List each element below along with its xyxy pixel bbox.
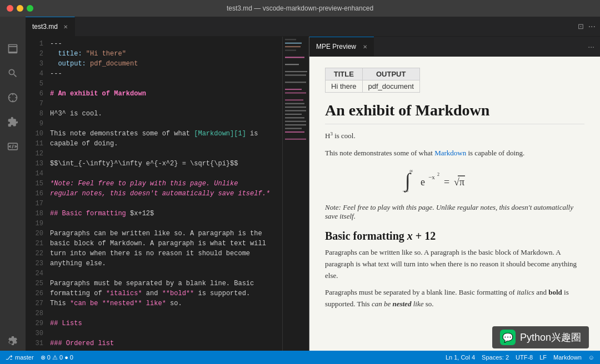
title-bar: test3.md — vscode-markdown-preview-enhan…: [0, 0, 600, 17]
more-icon[interactable]: ···: [588, 22, 596, 32]
info-count: 0: [70, 354, 73, 361]
error-count: 0: [47, 354, 51, 361]
cursor-position[interactable]: Ln 1, Col 4: [446, 354, 475, 361]
extensions-icon[interactable]: [5, 114, 21, 130]
para2-italics: italics: [517, 288, 534, 296]
preview-panel: MPE Preview ✕ ··· TITLE OUTPUT: [309, 37, 600, 351]
info-icon: ●: [64, 354, 68, 361]
svg-rect-13: [285, 103, 304, 104]
preview-note-para: This note demonstrates some of what Mark…: [325, 148, 584, 159]
maximize-button[interactable]: [27, 5, 33, 12]
editor-container: 12345 678910 1112131415 1617181920 21222…: [26, 37, 600, 351]
h2-plus: + 12: [416, 230, 436, 242]
note-text-after: is capable of doing.: [466, 149, 524, 157]
tab-close-icon[interactable]: ✕: [63, 24, 68, 30]
line-numbers: 12345 678910 1112131415 1617181920 21222…: [26, 37, 48, 351]
note-text-before: This note demonstrates some of what: [325, 149, 434, 157]
h2-math: x: [407, 230, 413, 242]
line-ending[interactable]: LF: [539, 354, 547, 361]
editor-tab[interactable]: test3.md ✕: [26, 17, 75, 37]
svg-text:−x: −x: [428, 174, 435, 180]
svg-text:−∞: −∞: [402, 188, 409, 194]
preview-content[interactable]: TITLE OUTPUT Hi there pdf_document An ex…: [309, 57, 600, 351]
yaml-cell-output: pdf_document: [362, 80, 419, 93]
feedback-icon[interactable]: ☺: [588, 354, 594, 361]
preview-italic-note: Note: Feel free to play with this page. …: [325, 203, 584, 221]
remote-icon[interactable]: [5, 139, 21, 154]
yaml-table: TITLE OUTPUT Hi there pdf_document: [325, 68, 420, 93]
svg-rect-4: [285, 49, 296, 50]
svg-text:=: =: [444, 176, 449, 188]
svg-text:e: e: [421, 176, 425, 188]
preview-tab-bar: MPE Preview ✕ ···: [309, 37, 600, 57]
preview-tab-label: MPE Preview: [316, 43, 356, 50]
svg-rect-7: [285, 71, 307, 72]
yaml-header-title: TITLE: [326, 68, 363, 80]
status-left: ⎇ master ⊗ 0 ⚠ 0 ● 0: [6, 354, 73, 361]
note-italic-text: Note: Feel free to play with this page. …: [325, 203, 573, 220]
close-button[interactable]: [7, 5, 13, 12]
para2-canbold: can be nested like: [372, 300, 424, 308]
git-branch-name: master: [15, 354, 34, 361]
svg-rect-10: [285, 89, 302, 90]
super-text: H3: [325, 132, 333, 140]
svg-rect-6: [285, 64, 299, 65]
svg-rect-15: [285, 110, 306, 111]
svg-rect-22: [285, 139, 306, 140]
para2-nested: nested: [392, 300, 411, 308]
para2-bold: bold: [548, 288, 562, 296]
svg-rect-5: [285, 57, 304, 58]
status-errors[interactable]: ⊗ 0 ⚠ 0 ● 0: [41, 354, 73, 361]
git-branch[interactable]: ⎇ master: [6, 354, 34, 361]
preview-tab-close-icon[interactable]: ✕: [363, 44, 367, 50]
indent-type[interactable]: Spaces: 2: [482, 354, 509, 361]
error-icon: ⊗: [41, 354, 46, 361]
window-title: test3.md — vscode-markdown-preview-enhan…: [227, 4, 373, 12]
preview-tab-more-icon[interactable]: ···: [588, 42, 600, 51]
wechat-icon: 💬: [500, 330, 516, 345]
split-editor-icon[interactable]: ⊡: [578, 22, 584, 31]
tab-label: test3.md: [32, 23, 58, 31]
svg-rect-9: [285, 82, 306, 83]
preview-para-1: Paragraphs can be written like so. A par…: [325, 247, 584, 281]
svg-rect-3: [285, 46, 301, 47]
traffic-lights: [7, 5, 33, 12]
svg-rect-17: [285, 117, 304, 118]
code-editor[interactable]: --- title: "Hi there" output: pdf_docume…: [48, 37, 282, 351]
para2-end: so.: [423, 300, 433, 308]
svg-rect-20: [285, 128, 302, 129]
minimize-button[interactable]: [17, 5, 23, 12]
yaml-header-output: OUTPUT: [362, 68, 419, 80]
warning-count: 0: [59, 354, 63, 361]
git-icon[interactable]: [5, 90, 21, 105]
svg-rect-18: [285, 121, 306, 122]
tab-toolbar: ⊡ ···: [578, 22, 600, 32]
svg-text:√π: √π: [454, 176, 464, 188]
editor-tab-bar: test3.md ✕ ⊡ ···: [0, 17, 600, 37]
settings-icon[interactable]: [5, 335, 21, 351]
code-panel[interactable]: 12345 678910 1112131415 1617181920 21222…: [26, 37, 309, 351]
search-icon[interactable]: [5, 65, 21, 81]
git-branch-icon: ⎇: [6, 354, 13, 361]
super-suffix: is cool.: [333, 132, 356, 140]
language-mode[interactable]: Markdown: [553, 354, 582, 361]
watermark-text: Python兴趣圈: [520, 331, 581, 344]
main-layout: 12345 678910 1112131415 1617181920 21222…: [0, 37, 600, 351]
yaml-cell-title: Hi there: [326, 80, 363, 93]
markdown-link[interactable]: Markdown: [434, 149, 466, 157]
warning-icon: ⚠: [52, 354, 58, 361]
svg-rect-11: [285, 92, 306, 93]
svg-rect-2: [285, 43, 302, 44]
preview-para-2: Paragraphs must be separated by a blank …: [325, 287, 584, 310]
svg-rect-8: [285, 74, 306, 75]
para2-before: Paragraphs must be separated by a blank …: [325, 288, 517, 296]
file-encoding[interactable]: UTF-8: [516, 354, 533, 361]
explorer-icon[interactable]: [5, 41, 21, 57]
preview-heading-2: Basic formatting x + 12: [325, 230, 584, 242]
status-bar: ⎇ master ⊗ 0 ⚠ 0 ● 0 Ln 1, Col 4 Spaces:…: [0, 351, 600, 364]
svg-text:2: 2: [437, 172, 439, 177]
preview-tab[interactable]: MPE Preview ✕: [309, 37, 374, 57]
svg-rect-21: [285, 132, 304, 133]
para2-and: and: [534, 288, 548, 296]
svg-text:∞: ∞: [409, 168, 413, 174]
